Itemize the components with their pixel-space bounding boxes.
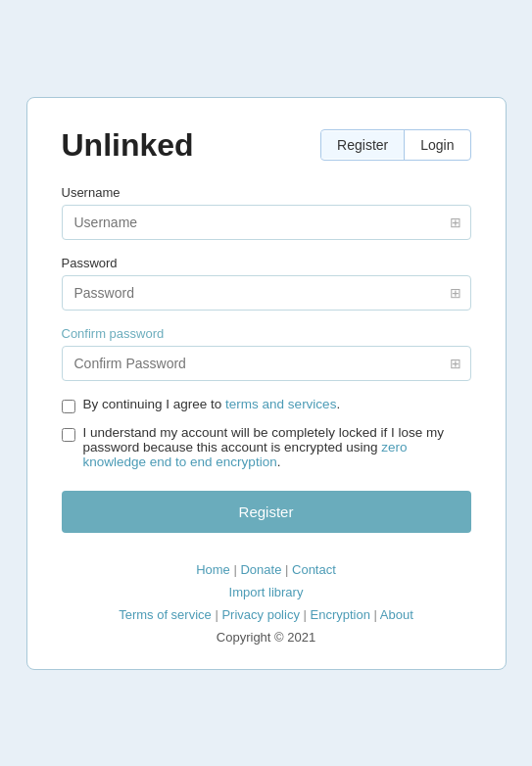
encryption-footer-link[interactable]: Encryption — [311, 607, 370, 622]
footer-row-1: Home | Donate | Contact — [62, 562, 471, 577]
footer-row-3: Terms of service | Privacy policy | Encr… — [62, 607, 471, 622]
username-label: Username — [62, 185, 471, 200]
divider-2: | — [285, 562, 292, 577]
footer-links: Home | Donate | Contact Import library T… — [62, 562, 471, 645]
confirm-password-group: Confirm password ⊞ — [62, 326, 471, 381]
import-library-link[interactable]: Import library — [229, 585, 304, 599]
divider-4: | — [304, 607, 311, 622]
privacy-policy-link[interactable]: Privacy policy — [221, 607, 299, 622]
register-tab[interactable]: Register — [321, 131, 404, 159]
confirm-password-label: Confirm password — [62, 326, 471, 341]
encryption-checkbox-row: I understand my account will be complete… — [62, 425, 471, 469]
card-header: Unlinked Register Login — [62, 127, 471, 164]
home-link[interactable]: Home — [196, 562, 230, 577]
donate-link[interactable]: Donate — [240, 562, 281, 577]
password-input-wrapper: ⊞ — [62, 275, 471, 311]
about-link[interactable]: About — [380, 607, 413, 622]
header-nav: Register Login — [320, 129, 470, 161]
username-input-wrapper: ⊞ — [62, 205, 471, 240]
contact-link[interactable]: Contact — [292, 562, 336, 577]
login-tab[interactable]: Login — [405, 131, 469, 159]
encryption-checkbox[interactable] — [62, 428, 75, 442]
password-input[interactable] — [62, 275, 471, 311]
copyright-text: Copyright © 2021 — [62, 630, 471, 645]
username-input[interactable] — [62, 205, 471, 240]
registration-card: Unlinked Register Login Username ⊞ Passw… — [26, 97, 507, 670]
terms-link[interactable]: terms and services — [225, 397, 336, 411]
terms-of-service-link[interactable]: Terms of service — [119, 607, 212, 622]
terms-text: By continuing I agree to terms and servi… — [83, 397, 341, 411]
app-title: Unlinked — [62, 127, 194, 164]
terms-checkbox-row: By continuing I agree to terms and servi… — [62, 397, 471, 413]
terms-checkbox[interactable] — [62, 400, 75, 413]
footer-row-2: Import library — [62, 585, 471, 599]
encryption-text: I understand my account will be complete… — [83, 425, 471, 469]
register-button[interactable]: Register — [62, 491, 471, 533]
confirm-password-input-wrapper: ⊞ — [62, 346, 471, 381]
encryption-link[interactable]: zero knowledge end to end encryption — [83, 440, 408, 469]
password-label: Password — [62, 256, 471, 270]
username-group: Username ⊞ — [62, 185, 471, 240]
password-group: Password ⊞ — [62, 256, 471, 311]
confirm-password-input[interactable] — [62, 346, 471, 381]
